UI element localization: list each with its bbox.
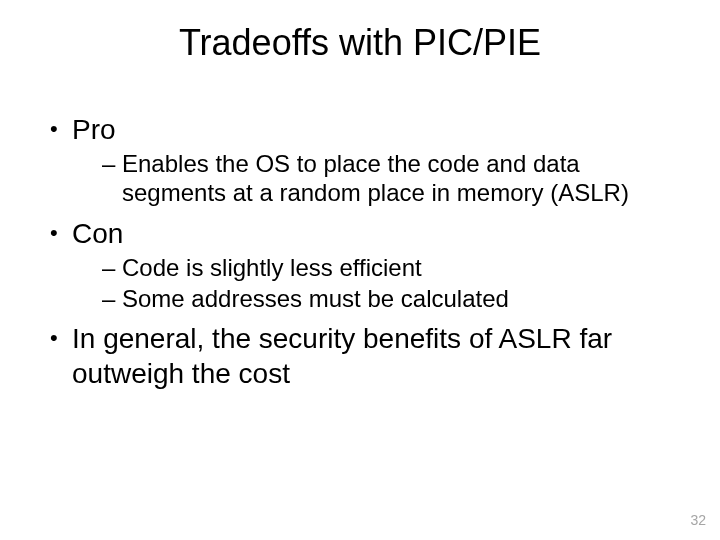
sub-list: Code is slightly less efficient Some add… [72, 253, 676, 314]
sub-bullet: Some addresses must be calculated [102, 284, 676, 313]
bullet-text: Pro [72, 114, 116, 145]
slide-title: Tradeoffs with PIC/PIE [0, 22, 720, 64]
slide-body: Pro Enables the OS to place the code and… [48, 112, 676, 395]
sub-bullet: Code is slightly less efficient [102, 253, 676, 282]
page-number: 32 [690, 512, 706, 528]
sub-list: Enables the OS to place the code and dat… [72, 149, 676, 208]
bullet-pro: Pro Enables the OS to place the code and… [48, 112, 676, 208]
bullet-text: Con [72, 218, 123, 249]
bullet-summary: In general, the security benefits of ASL… [48, 321, 676, 391]
sub-bullet: Enables the OS to place the code and dat… [102, 149, 676, 208]
bullet-con: Con Code is slightly less efficient Some… [48, 216, 676, 314]
bullet-list: Pro Enables the OS to place the code and… [48, 112, 676, 391]
slide: Tradeoffs with PIC/PIE Pro Enables the O… [0, 0, 720, 540]
